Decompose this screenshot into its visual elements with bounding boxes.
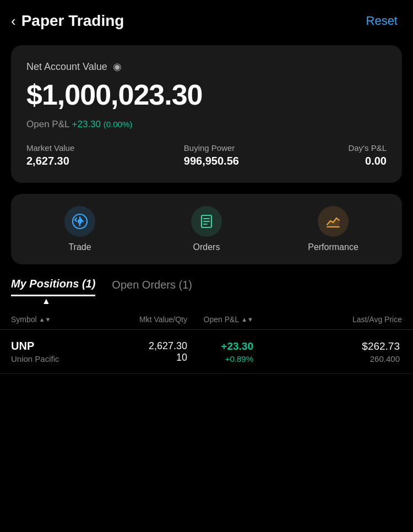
orders-label: Orders [193,242,220,252]
pnl-cell: +23.30 +0.89% [187,340,253,363]
pnl-value: +23.30 [187,340,253,352]
positions-tabs: My Positions (1) Open Orders (1) [0,278,413,296]
tab-arrow-icon: ▲ [42,296,51,306]
col-header-mkt: Mkt Value/Qty [99,315,187,324]
reset-button[interactable]: Reset [366,14,398,28]
visibility-icon[interactable]: ◉ [113,61,122,73]
last-cell: $262.73 260.400 [253,340,402,363]
account-card: Net Account Value ◉ $1,000,023.30 Open P… [11,45,402,183]
table-row[interactable]: UNP Union Pacific 2,627.30 10 +23.30 +0.… [0,330,413,374]
svg-rect-6 [327,226,340,227]
symbol-cell: UNP Union Pacific [11,340,99,363]
market-value-amount: 2,627.30 [26,155,74,167]
open-pnl-pct: (0.00%) [104,120,133,129]
buying-power-amount: 996,950.56 [184,155,239,167]
back-button[interactable]: ‹ [11,13,16,30]
col-header-symbol[interactable]: Symbol ▲▼ [11,315,99,324]
days-pnl-stat: Day's P&L 0.00 [348,143,387,167]
mkt-value: 2,627.30 [99,340,187,352]
buying-power-stat: Buying Power 996,950.56 [184,143,239,167]
page-title: Paper Trading [21,12,124,30]
performance-icon [324,213,342,230]
orders-action[interactable]: Orders [143,206,270,252]
pnl-pct: +0.89% [187,354,253,363]
table-header: Symbol ▲▼ Mkt Value/Qty Open P&L ▲▼ Last… [0,310,413,330]
mkt-cell: 2,627.30 10 [99,340,187,363]
avg-price: 260.400 [253,354,400,363]
col-header-pnl[interactable]: Open P&L ▲▼ [187,315,253,324]
performance-label: Performance [308,242,358,252]
open-pnl-amount: +23.30 [72,119,101,129]
trade-action[interactable]: Trade [17,206,143,252]
symbol-ticker: UNP [11,340,99,352]
sort-arrows-symbol: ▲▼ [39,317,51,323]
performance-action[interactable]: Performance [270,206,396,252]
market-value-label: Market Value [26,143,74,153]
tab-indicator: ▲ [0,296,413,306]
orders-icon-wrapper [191,206,222,237]
trade-icon-wrapper [64,206,95,237]
net-account-label-row: Net Account Value ◉ [26,61,387,73]
mkt-qty: 10 [99,352,187,363]
symbol-company: Union Pacific [11,354,99,363]
tab-my-positions[interactable]: My Positions (1) [11,278,95,296]
open-pnl-label: Open P&L [26,119,69,129]
last-price: $262.73 [253,340,400,352]
buying-power-label: Buying Power [184,143,239,153]
open-pnl-row: Open P&L +23.30 (0.00%) [26,119,387,130]
trade-label: Trade [68,242,91,252]
sort-arrows-pnl: ▲▼ [241,317,253,323]
header-left: ‹ Paper Trading [11,12,124,30]
tab-open-orders[interactable]: Open Orders (1) [112,279,192,296]
days-pnl-amount: 0.00 [348,155,387,167]
action-bar: Trade Orders Performance [11,194,402,264]
orders-icon [198,213,215,230]
col-header-last: Last/Avg Price [253,315,402,324]
stats-row: Market Value 2,627.30 Buying Power 996,9… [26,143,387,167]
header: ‹ Paper Trading Reset [0,0,413,40]
market-value-stat: Market Value 2,627.30 [26,143,74,167]
account-value: $1,000,023.30 [26,78,387,111]
trade-icon [71,213,89,230]
performance-icon-wrapper [318,206,349,237]
positions-table: Symbol ▲▼ Mkt Value/Qty Open P&L ▲▼ Last… [0,310,413,374]
net-account-label-text: Net Account Value [26,61,107,73]
days-pnl-label: Day's P&L [348,143,387,153]
